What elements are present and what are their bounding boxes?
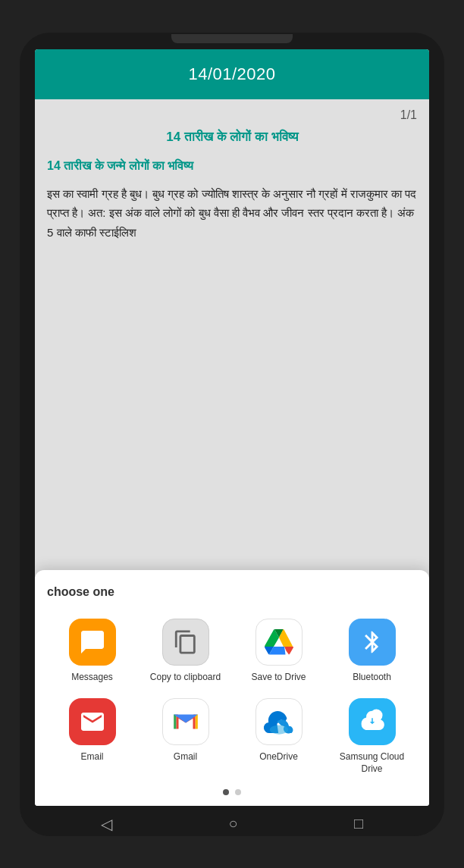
samsung-cloud-icon [349,698,396,745]
messages-icon [69,619,116,666]
phone-frame: 14/01/2020 1/1 14 तारीख के लोगों का भविष… [20,33,444,836]
share-item-samsung-cloud[interactable]: Samsung Cloud Drive [327,694,417,779]
back-button[interactable]: ◁ [101,815,112,833]
gmail-svg [171,707,200,736]
share-item-bluetooth[interactable]: Bluetooth [327,614,417,688]
page-number: 1/1 [47,108,417,122]
gmail-label: Gmail [174,751,197,763]
bluetooth-icon [349,619,396,666]
share-sheet: choose one Messages [35,570,429,806]
drive-icon [256,619,303,666]
drive-svg [265,628,293,656]
share-item-onedrive[interactable]: OneDrive [234,694,324,779]
bottom-nav-bar: ◁ ○ □ [20,812,444,836]
header-date: 14/01/2020 [47,64,417,84]
messages-svg [79,628,106,656]
pagination-dots [47,789,417,795]
recents-button[interactable]: □ [354,815,363,832]
clipboard-label: Copy to clipboard [150,672,221,684]
gmail-icon [162,698,209,745]
share-item-clipboard[interactable]: Copy to clipboard [140,614,230,688]
dot-1[interactable] [223,789,229,795]
share-grid: Messages Copy to clipboard [47,614,417,780]
samsung-cloud-label: Samsung Cloud Drive [328,751,415,775]
clipboard-icon [162,619,209,666]
screen: 14/01/2020 1/1 14 तारीख के लोगों का भविष… [35,49,429,806]
content-area: 1/1 14 तारीख के लोगों का भविष्य 14 तारीख… [35,99,429,806]
home-button[interactable]: ○ [228,815,237,832]
drive-label: Save to Drive [251,672,306,684]
article-title: 14 तारीख के लोगों का भविष्य [47,128,417,146]
app-header: 14/01/2020 [35,49,429,99]
phone-notch [171,34,293,43]
share-item-email[interactable]: Email [47,694,137,779]
share-sheet-title: choose one [47,585,417,599]
share-item-drive[interactable]: Save to Drive [234,614,324,688]
clipboard-svg [173,629,199,655]
bluetooth-label: Bluetooth [353,672,391,684]
messages-label: Messages [71,672,113,684]
article-body: इस का स्वामी ग्रह है बुध। बुध ग्रह को ज्… [47,184,417,243]
share-item-gmail[interactable]: Gmail [140,694,230,779]
dot-2[interactable] [235,789,241,795]
svg-point-0 [269,725,288,735]
email-svg [79,708,106,735]
onedrive-svg [263,706,295,738]
email-label: Email [80,751,103,763]
share-item-messages[interactable]: Messages [47,614,137,688]
onedrive-label: OneDrive [259,751,298,763]
bluetooth-svg [359,629,385,655]
article-subtitle: 14 तारीख के जन्मे लोगों का भविष्य [47,158,417,174]
email-icon [69,698,116,745]
onedrive-icon [256,698,303,745]
samsung-cloud-svg [358,707,387,736]
